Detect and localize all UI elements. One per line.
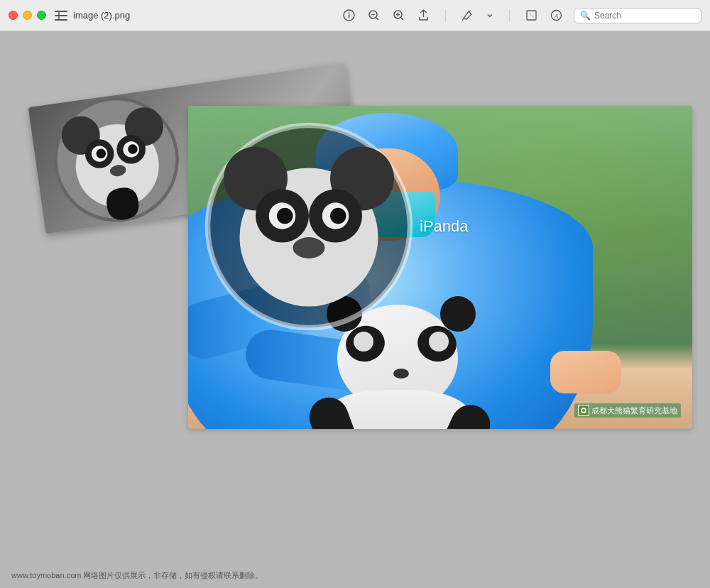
svg-rect-6 [349, 15, 350, 18]
minimize-button[interactable] [23, 11, 32, 20]
search-bar[interactable]: 🔍 [574, 8, 701, 23]
markup-icon[interactable] [462, 9, 474, 21]
filename-label: image (2).png [73, 10, 130, 21]
svg-text:A: A [554, 13, 559, 20]
separator2 [509, 9, 510, 22]
separator [445, 9, 446, 22]
markup-chevron-icon[interactable] [486, 12, 493, 19]
svg-point-41 [293, 237, 325, 258]
toolbar-icons: A [343, 9, 562, 22]
close-button[interactable] [9, 11, 18, 20]
svg-point-5 [349, 13, 350, 14]
panda-logo-large [28, 85, 205, 234]
ipanda-watermark-logo [202, 120, 415, 333]
sidebar-toggle-icon[interactable] [55, 11, 67, 21]
svg-rect-1 [55, 15, 67, 16]
svg-point-44 [582, 409, 585, 412]
bottom-watermark: 成都大熊猫繁育研究基地 [574, 403, 681, 418]
svg-rect-0 [55, 11, 67, 12]
info-icon[interactable] [343, 9, 355, 21]
search-icon: 🔍 [580, 11, 591, 21]
footer-text: www.toymoban.com 网络图片仅供展示，非存储，如有侵权请联系删除。 [11, 570, 263, 581]
traffic-lights [9, 11, 46, 20]
hand [550, 351, 621, 393]
main-content: iPanda [0, 31, 710, 588]
search-input[interactable] [594, 11, 695, 21]
annotate-icon[interactable]: A [550, 9, 562, 21]
svg-line-14 [462, 18, 464, 21]
crop-icon[interactable] [525, 9, 537, 21]
svg-line-15 [469, 11, 471, 11]
svg-point-39 [277, 208, 293, 224]
watermark-badge: 成都大熊猫繁育研究基地 [574, 403, 681, 418]
ipanda-watermark: iPanda [202, 120, 469, 333]
share-icon[interactable] [417, 9, 430, 21]
ipanda-watermark-text: iPanda [420, 217, 469, 236]
maximize-button[interactable] [37, 11, 46, 20]
watermark-text: 成都大熊猫繁育研究基地 [591, 405, 677, 416]
svg-line-17 [530, 13, 534, 18]
zoom-out-icon[interactable] [368, 9, 380, 21]
titlebar: image (2).png [0, 0, 710, 31]
svg-point-40 [330, 208, 346, 224]
main-photo: iPanda 成都大熊猫繁育研究基地 [188, 106, 692, 429]
svg-rect-2 [55, 19, 67, 21]
zoom-in-icon[interactable] [393, 9, 405, 21]
photo-scene: iPanda 成都大熊猫繁育研究基地 [188, 106, 692, 429]
svg-line-13 [401, 18, 403, 20]
watermark-badge-icon [578, 405, 589, 416]
svg-line-9 [376, 18, 378, 20]
